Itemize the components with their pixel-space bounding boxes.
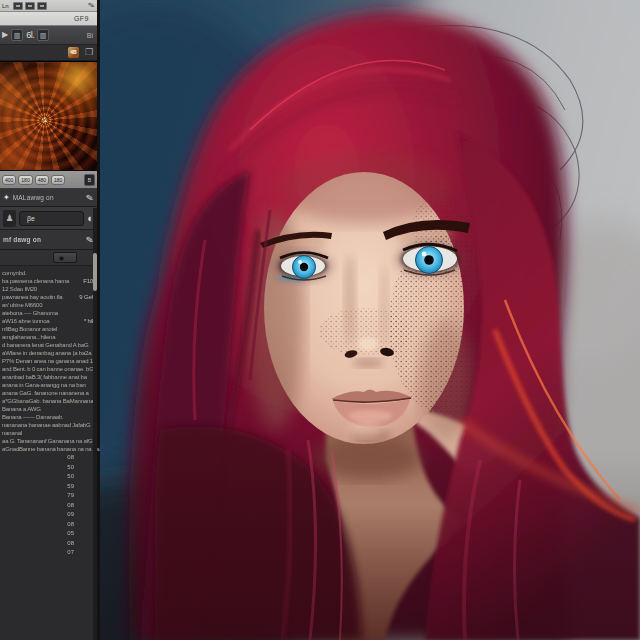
preset-pill-button[interactable]: 400	[2, 175, 16, 185]
value-entry: 08	[2, 453, 74, 463]
layer-row-selected[interactable]: ♟ βe ◐	[0, 207, 97, 230]
property-line: aWfane in denanbag anana (a ba2a	[2, 349, 93, 357]
tool-label-right[interactable]: Bi	[87, 32, 93, 39]
property-line: nananana bananae aabnad JafabG	[2, 421, 93, 429]
layer-name-chip[interactable]: βe	[19, 211, 84, 226]
preset-button-row: 400 180 480 180 B	[0, 171, 97, 189]
dark-option-button[interactable]: B	[84, 174, 95, 186]
value-entry: 79	[2, 491, 74, 501]
top-options-bar: Ln ✎	[0, 0, 97, 12]
property-line: comynbd.	[2, 269, 93, 277]
options-label: Ln	[2, 3, 9, 9]
tool-bar: ▶ ▥ 6l. ▥ Bi	[0, 26, 97, 45]
option-toggle-button[interactable]	[13, 2, 23, 10]
value-entry: 50	[2, 463, 74, 473]
property-line-list: comynbd. ba pawsena clenana hamaF10 12 S…	[2, 269, 93, 453]
property-line: amglahanana...hilena	[2, 333, 93, 341]
layer-row-adjustment[interactable]: mf dawg on ✎	[0, 230, 97, 250]
value-entry: 08	[2, 501, 74, 511]
property-line: 12 Sdao IM20	[2, 285, 93, 293]
property-line: aW16 abne tonnoa* hil	[2, 317, 93, 325]
property-line: ba pawsena clenana hamaF10	[2, 277, 93, 285]
play-icon[interactable]: ▶	[2, 30, 8, 40]
property-line: aGnadBanne banana banana na na daa	[2, 445, 93, 453]
value-entry: 50	[2, 472, 74, 482]
preset-pill-button[interactable]: 480	[35, 175, 49, 185]
panel-title-text: GF9	[74, 15, 89, 22]
option-toggle-button[interactable]	[37, 2, 47, 10]
property-line: d bananera lenat Genaband A baG	[2, 341, 93, 349]
image-canvas[interactable]	[100, 0, 640, 640]
property-line: nfiBag Bonanor anotel	[2, 325, 93, 333]
preset-pill-button[interactable]: 180	[51, 175, 65, 185]
property-line: anana GaG. fananone nananena a	[2, 389, 93, 397]
layer-label: mf dawg on	[3, 236, 41, 243]
preset-pill-button[interactable]: 180	[18, 175, 32, 185]
tool-label[interactable]: 6l.	[26, 30, 34, 40]
property-line: anana in Gana-anangg na na ban	[2, 381, 93, 389]
swatch-badge[interactable]: 4B	[68, 47, 79, 58]
editor-side-panel: Ln ✎ GF9 ▶ ▥ 6l. ▥ Bi 4B ❒ 400 180 480 1…	[0, 0, 100, 640]
property-line: Banana a AWG	[2, 405, 93, 413]
value-entry: 05	[2, 529, 74, 539]
grid-tool-icon[interactable]: ▥	[11, 29, 23, 41]
properties-text-panel: comynbd. ba pawsena clenana hamaF10 12 S…	[0, 266, 97, 558]
property-line: Banana —— Dananaab.	[2, 413, 93, 421]
option-toggle-button[interactable]	[25, 2, 35, 10]
sparkle-icon: ✦	[3, 193, 10, 202]
grid-tool-icon[interactable]: ▥	[37, 29, 49, 41]
layer-row-masking[interactable]: ✦ MALawwg on ✎	[0, 189, 97, 207]
layer-label: MALawwg on	[13, 194, 54, 201]
value-entry: 07	[2, 548, 74, 558]
property-line: pawnanea bay aoutin.fla9 Gef	[2, 293, 93, 301]
property-line: ar/ ubine M6600	[2, 301, 93, 309]
bust-icon: ♟	[3, 210, 16, 227]
sub-tool-bar: 4B ❒	[0, 45, 97, 61]
property-line: P7% Denan anea na ganana anad 10	[2, 357, 93, 365]
properties-section-header	[0, 250, 97, 266]
bottom-vignette	[100, 0, 640, 640]
property-line: and Bent. b 0 can banne onanae. bGa	[2, 365, 93, 373]
panel-title-bar: GF9	[0, 12, 97, 26]
portrait-artwork	[100, 0, 640, 640]
property-line: atebona —- Ghanoma	[2, 309, 93, 317]
panel-scrollbar[interactable]	[93, 208, 97, 640]
pen-icon[interactable]: ✎	[86, 192, 95, 203]
brush-icon[interactable]: ✎	[88, 1, 96, 10]
dial-knob[interactable]	[53, 252, 77, 263]
value-entry: 59	[2, 482, 74, 492]
value-entry: 08	[2, 520, 74, 530]
value-entry: 09	[2, 510, 74, 520]
property-line: ananbad baB.3( fabbanne anat ba	[2, 373, 93, 381]
property-line: nananal	[2, 429, 93, 437]
value-entry: 08	[2, 539, 74, 549]
stamp-icon[interactable]: ❒	[85, 47, 93, 58]
property-line: aa G. Tananananf Gananana na afG	[2, 437, 93, 445]
value-column: 08 50 50 59 79 08 09 08 05 08	[2, 453, 74, 558]
scrollbar-thumb[interactable]	[93, 253, 97, 291]
photo-editor-window: { "panel": { "top_bar": {"left_label": "…	[0, 0, 640, 640]
fractal-artwork-thumbnail[interactable]	[0, 61, 97, 171]
property-line: a*GGbanaGab. banana BaMannana	[2, 397, 93, 405]
